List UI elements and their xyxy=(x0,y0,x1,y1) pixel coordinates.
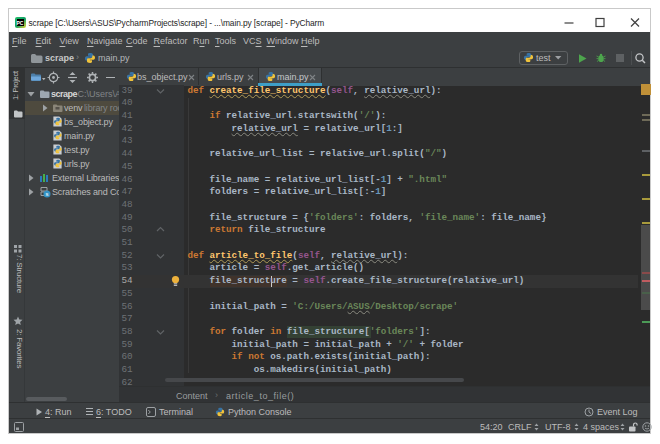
svg-text:s: s xyxy=(46,191,49,197)
